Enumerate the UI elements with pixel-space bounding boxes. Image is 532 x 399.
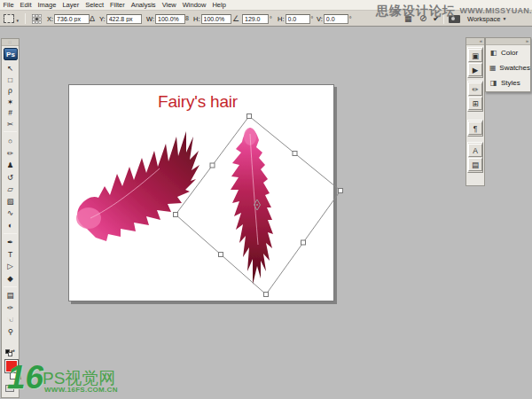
character-panel-button[interactable]: A (468, 144, 482, 157)
y-input[interactable] (106, 14, 142, 24)
pen-tool-icon[interactable]: ✒ (2, 237, 19, 249)
rotation-degree-unit: ° (270, 16, 272, 22)
photoshop-window: FileEditImageLayerSelectFilterAnalysisVi… (0, 0, 532, 399)
height-input[interactable] (201, 14, 231, 24)
watermark-logo: 16 (7, 360, 43, 395)
flyout-collapse-button[interactable]: » (486, 38, 530, 45)
menu-item[interactable]: Window (179, 0, 209, 11)
menu-item[interactable]: View (159, 0, 179, 11)
eraser-tool-icon[interactable]: ▱ (2, 184, 19, 196)
link-dimensions-icon[interactable]: 8 (185, 13, 189, 24)
width-input[interactable] (155, 14, 185, 24)
relative-position-delta-icon[interactable]: Δ (90, 13, 95, 24)
dodge-tool-icon[interactable]: ◐ (2, 220, 19, 232)
styles-panel-tab[interactable]: ◨ Styles (486, 75, 530, 90)
eyedropper-tool-icon[interactable]: ✑ (2, 302, 19, 315)
watermark-top: 思缘设计论坛 WWW.MISSYUAN.COM (376, 3, 532, 20)
free-transform-preset-icon: ▾ (4, 14, 14, 23)
layer-comps-panel-button[interactable]: ▤ (468, 158, 482, 171)
watermark-top-cn: 思缘设计论坛 (376, 4, 456, 18)
blur-tool-icon[interactable]: ∿ (2, 207, 19, 220)
slice-tool-icon[interactable]: ✂ (2, 119, 19, 130)
toolbox: ∷ Ps ↖□ρ✶#✂ ○✏♟↺▱▧∿◐ ✒T▷◆ ▤✑☜⚲ ⇄ (1, 38, 20, 398)
lasso-tool-icon[interactable]: ρ (2, 85, 19, 97)
x-input[interactable] (54, 14, 90, 24)
color-panel-tab[interactable]: ◧ Color (486, 45, 530, 60)
type-tool-icon[interactable]: T (2, 249, 19, 262)
healing-brush-tool-icon[interactable]: ○ (2, 136, 19, 148)
menu-item[interactable]: Filter (107, 0, 129, 11)
right-feather (231, 128, 273, 285)
hand-tool-icon[interactable]: ☜ (2, 314, 19, 326)
panel-flyout: » ◧ Color ▦ Swatches ◨ Styles (485, 37, 531, 92)
menu-item[interactable]: Image (35, 0, 59, 11)
shape-tool-icon[interactable]: ◆ (2, 273, 19, 286)
zoom-tool-icon[interactable]: ⚲ (2, 326, 19, 339)
history-brush-tool-icon[interactable]: ↺ (2, 172, 19, 184)
brushes-panel-button[interactable]: ✏ (468, 82, 482, 96)
menu-item[interactable]: Edit (17, 0, 35, 11)
width-label: W: (146, 15, 154, 23)
h-skew-label: H: (278, 15, 285, 23)
reference-point-locator[interactable] (32, 13, 42, 24)
feather-artwork (69, 85, 335, 302)
tool-preset-picker[interactable]: ▾ (4, 13, 14, 24)
tool-divider (4, 131, 17, 132)
menu-item[interactable]: Select (82, 0, 107, 11)
marquee-tool-icon[interactable]: □ (2, 74, 19, 86)
menu-item[interactable]: Help (209, 0, 229, 11)
menu-item[interactable]: File (0, 0, 17, 11)
clone-source-panel-button[interactable]: ⊞ (468, 97, 482, 110)
rotation-input[interactable] (242, 14, 269, 24)
reference-point-grid-icon (32, 14, 42, 24)
document-canvas[interactable]: Fairy's hair (68, 84, 334, 301)
tool-divider (4, 233, 17, 234)
clone-stamp-tool-icon[interactable]: ♟ (2, 160, 19, 172)
watermark-site-url: WWW.16FS.COM.CN (44, 386, 118, 394)
paragraph-panel-button[interactable]: ¶ (468, 121, 482, 135)
toolbox-grip[interactable]: ∷ (2, 39, 19, 46)
h-skew-input[interactable] (286, 14, 310, 24)
watermark-top-en: WWW.MISSYUAN.COM (459, 6, 532, 15)
actions-panel-button[interactable]: ▶ (468, 63, 482, 76)
path-selection-tool-icon[interactable]: ▷ (2, 261, 19, 273)
history-panel-button[interactable]: ▣ (468, 49, 482, 62)
x-label: X: (47, 15, 53, 23)
height-label: H: (193, 15, 200, 23)
ps-logo: Ps (4, 48, 18, 60)
swap-colors-icon[interactable]: ⇄ (11, 348, 15, 354)
menu-item[interactable]: Analysis (128, 0, 159, 11)
rotate-angle-icon: ∠ (232, 13, 239, 24)
tool-divider (4, 286, 17, 287)
panel-dock: « ▣▶ ✏⊞ ¶ A▤ (466, 37, 485, 186)
notes-tool-icon[interactable]: ▤ (2, 290, 19, 302)
move-tool-icon[interactable]: ↖ (2, 63, 19, 74)
menu-item[interactable]: Layer (59, 0, 82, 11)
options-separator (25, 13, 26, 24)
transform-handle-right[interactable] (339, 189, 343, 193)
swatches-panel-tab[interactable]: ▦ Swatches (486, 60, 530, 75)
dock-collapse-button[interactable]: « (466, 38, 484, 45)
y-label: Y: (99, 15, 106, 23)
v-skew-degree-unit: ° (349, 16, 352, 22)
v-skew-input[interactable] (324, 14, 348, 24)
h-skew-degree-unit: ° (311, 16, 314, 22)
left-feather (76, 131, 200, 241)
quick-selection-tool-icon[interactable]: ✶ (2, 97, 19, 108)
crop-tool-icon[interactable]: # (2, 107, 19, 119)
v-skew-label: V: (317, 15, 323, 23)
brush-tool-icon[interactable]: ✏ (2, 148, 19, 160)
gradient-tool-icon[interactable]: ▧ (2, 196, 19, 208)
